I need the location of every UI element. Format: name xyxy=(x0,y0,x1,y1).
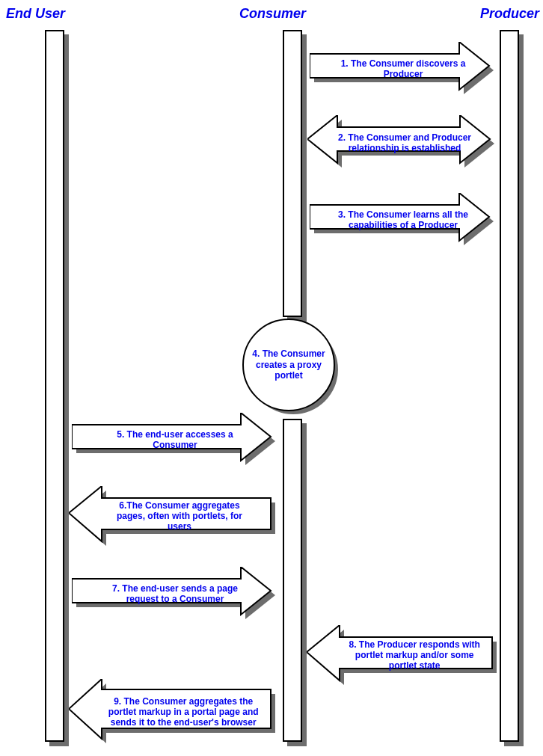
arrow-step-2: 2. The Consumer and Producer relationshi… xyxy=(307,115,502,175)
arrow-step-6-label: 6.The Consumer aggregates pages, often w… xyxy=(105,501,254,532)
diagram-stage: End User Consumer Producer 1. The Consum… xyxy=(0,0,543,756)
arrow-step-8-label: 8. The Producer responds with portlet ma… xyxy=(343,640,485,671)
arrow-step-2-label: 2. The Consumer and Producer relationshi… xyxy=(334,133,476,154)
lifeline-consumer-bottom xyxy=(283,419,302,742)
arrow-step-1-label: 1. The Consumer discovers a Producer xyxy=(332,59,474,80)
arrow-step-3: 3. The Consumer learns all the capabilit… xyxy=(310,193,497,251)
arrow-step-9: 9. The Consumer aggregates the portlet m… xyxy=(69,679,278,751)
arrow-step-5-label: 5. The end-user accesses a Consumer xyxy=(104,430,246,451)
arrow-step-7-label: 7. The end-user sends a page request to … xyxy=(104,584,246,605)
lifeline-producer xyxy=(500,30,519,742)
lifeline-end-user xyxy=(45,30,64,742)
arrow-step-6: 6.The Consumer aggregates pages, often w… xyxy=(69,486,278,552)
arrow-step-5: 5. The end-user accesses a Consumer xyxy=(72,413,278,471)
lifeline-consumer-top xyxy=(283,30,302,317)
arrow-step-1: 1. The Consumer discovers a Producer xyxy=(310,42,497,100)
header-consumer: Consumer xyxy=(239,6,306,22)
header-producer: Producer xyxy=(480,6,539,22)
arrow-step-9-label: 9. The Consumer aggregates the portlet m… xyxy=(101,697,266,728)
circle-step-4-label: 4. The Consumer creates a proxy portlet xyxy=(244,344,334,385)
arrow-step-7: 7. The end-user sends a page request to … xyxy=(72,567,278,625)
arrow-step-3-label: 3. The Consumer learns all the capabilit… xyxy=(332,210,474,231)
header-end-user: End User xyxy=(6,6,65,22)
arrow-step-8: 8. The Producer responds with portlet ma… xyxy=(307,625,500,691)
